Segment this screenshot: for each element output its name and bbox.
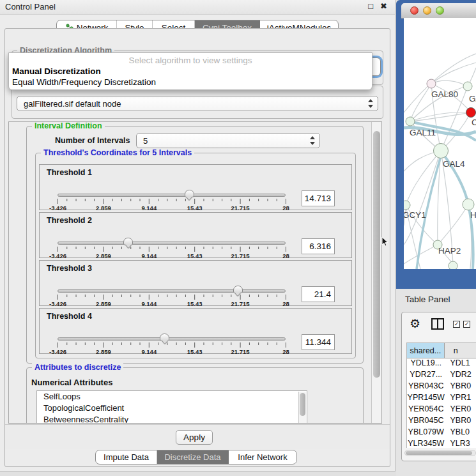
table-cell[interactable]: YBR045C: [407, 416, 445, 427]
table-row[interactable]: YBR043CYBR0: [407, 381, 476, 393]
scrollbar-thumb[interactable]: [300, 393, 305, 416]
network-edge[interactable]: [438, 204, 468, 245]
group-title: Interval Definition: [32, 121, 105, 130]
table-row[interactable]: YLR345WYLR3: [407, 439, 476, 448]
scrollbar-thumb[interactable]: [406, 451, 472, 455]
mac-minimize-icon[interactable]: [423, 6, 431, 15]
table-row[interactable]: YPR145WYPR1: [407, 393, 476, 404]
slider-track[interactable]: [58, 289, 286, 293]
network-node[interactable]: [449, 261, 457, 269]
table-cell[interactable]: YBL0: [445, 427, 476, 439]
threshold-value-field[interactable]: 6.316: [302, 238, 335, 254]
network-node[interactable]: [427, 79, 436, 88]
slider-thumb[interactable]: [160, 334, 169, 341]
slider-thumb[interactable]: [185, 190, 194, 197]
table-cell[interactable]: YLR3: [445, 439, 476, 448]
node-label: GAL11: [410, 128, 436, 137]
mac-close-icon[interactable]: [410, 6, 418, 15]
checkbox-icon[interactable]: ✓: [463, 321, 470, 328]
slider-ruler: [55, 342, 289, 348]
network-edge[interactable]: [410, 84, 431, 121]
num-intervals-spinner[interactable]: 5: [136, 133, 320, 148]
list-item[interactable]: SelfLoops: [37, 391, 307, 403]
node-label: GCY1: [404, 210, 426, 220]
network-node[interactable]: [463, 199, 474, 210]
table-row[interactable]: YBL079WYBL0: [407, 427, 476, 439]
network-edge[interactable]: [431, 63, 476, 84]
table-cell[interactable]: YPR145W: [407, 393, 445, 404]
network-node[interactable]: [406, 117, 415, 126]
dropdown-option-equal-width[interactable]: Equal Width/Frequency Discretization: [12, 77, 156, 87]
network-node[interactable]: [466, 108, 476, 118]
network-node[interactable]: [463, 82, 472, 91]
list-item[interactable]: BetweennessCentrality: [37, 414, 307, 424]
table-row[interactable]: YBR045CYBR0: [407, 416, 476, 427]
table-cell[interactable]: YER0: [445, 404, 476, 416]
num-intervals-label: Number of Intervals: [55, 136, 130, 145]
tick-label: 21.715: [231, 204, 250, 211]
threshold-1-slider[interactable]: -3.4262.8599.14415.4321.71528: [55, 190, 291, 211]
network-node[interactable]: [434, 144, 449, 158]
threshold-4-slider[interactable]: -3.4262.8599.14415.4321.71528: [55, 334, 291, 355]
threshold-value-field[interactable]: 14.713: [302, 190, 335, 206]
table-hscrollbar[interactable]: [404, 450, 476, 456]
slider-tick-labels: -3.4262.8599.14415.4321.71528: [55, 204, 289, 211]
numerical-attributes-list[interactable]: SelfLoops TopologicalCoefficient Between…: [36, 390, 307, 424]
table-row[interactable]: YDL19...YDL1: [407, 358, 476, 370]
apply-button[interactable]: Apply: [176, 430, 213, 445]
table-cell[interactable]: YDR27...: [407, 370, 445, 381]
settings-scrollbar[interactable]: [371, 122, 381, 423]
column-header-shared-name[interactable]: shared...: [407, 343, 445, 358]
float-window-icon[interactable]: □: [368, 1, 373, 11]
table-cell[interactable]: YBL079W: [407, 427, 445, 439]
threshold-value-field[interactable]: 11.344: [302, 334, 335, 350]
slider-ruler: [55, 247, 289, 252]
tick-label: 9.144: [141, 300, 157, 307]
tab-infer-network[interactable]: Infer Network: [229, 450, 296, 464]
slider-track[interactable]: [58, 337, 286, 341]
table-cell[interactable]: YER054C: [407, 404, 445, 416]
table-row[interactable]: YER054CYER0: [407, 404, 476, 416]
tab-discretize-data[interactable]: Discretize Data: [157, 450, 229, 464]
mac-zoom-icon[interactable]: [436, 6, 444, 15]
dropdown-option-manual-discretization[interactable]: Manual Discretization: [12, 66, 101, 76]
table-cell[interactable]: YBR0: [445, 416, 476, 427]
slider-track[interactable]: [58, 242, 286, 245]
table-cell[interactable]: YLR345W: [407, 439, 445, 448]
slider-thumb[interactable]: [123, 238, 133, 245]
column-header-name[interactable]: n: [445, 343, 476, 358]
threshold-3-slider[interactable]: -3.4262.8599.14415.4321.71528: [55, 286, 291, 307]
checkbox-icon[interactable]: ✓: [453, 321, 460, 328]
table-cell[interactable]: YDL1: [445, 358, 476, 370]
threshold-label: Threshold 4: [47, 312, 92, 321]
network-edge[interactable]: [431, 81, 468, 86]
network-node[interactable]: [404, 201, 410, 210]
slider-track[interactable]: [58, 194, 286, 197]
dropdown-hint-item[interactable]: Select algorithm to view settings: [9, 56, 372, 65]
scrollbar-thumb[interactable]: [373, 131, 380, 378]
list-scrollbar[interactable]: [298, 392, 306, 424]
table-cell[interactable]: YDL19...: [407, 358, 445, 370]
mouse-cursor: [381, 236, 388, 247]
split-columns-icon[interactable]: [431, 318, 444, 330]
tick-label: 15.43: [187, 300, 203, 307]
table-cell[interactable]: YBR0: [445, 381, 476, 393]
threshold-2-slider[interactable]: -3.4262.8599.14415.4321.71528: [55, 238, 291, 259]
table-row[interactable]: YDR27...YDR2: [407, 370, 476, 381]
table-cell[interactable]: YBR043C: [407, 381, 445, 393]
threshold-label: Threshold 3: [47, 264, 92, 273]
table-cell[interactable]: YDR2: [445, 370, 476, 381]
threshold-label: Threshold 1: [47, 168, 92, 177]
table-cell[interactable]: YPR1: [445, 393, 476, 404]
threshold-value-field[interactable]: 21.4: [302, 286, 335, 302]
list-item[interactable]: TopologicalCoefficient: [37, 403, 307, 414]
network-canvas[interactable]: GAL80GACGAL11GAL4GCY1HHAP2: [404, 18, 476, 269]
table-data-combobox[interactable]: galFiltered.sif default node: [17, 96, 378, 111]
gear-icon[interactable]: ⚙: [410, 316, 420, 331]
tick-label: 21.715: [231, 300, 250, 307]
tab-impute-data[interactable]: Impute Data: [96, 450, 157, 464]
slider-tick-labels: -3.4262.8599.14415.4321.71528: [55, 300, 289, 307]
slider-thumb[interactable]: [233, 286, 243, 293]
tick-label: 9.144: [141, 204, 157, 211]
close-icon[interactable]: ✖: [380, 1, 387, 11]
